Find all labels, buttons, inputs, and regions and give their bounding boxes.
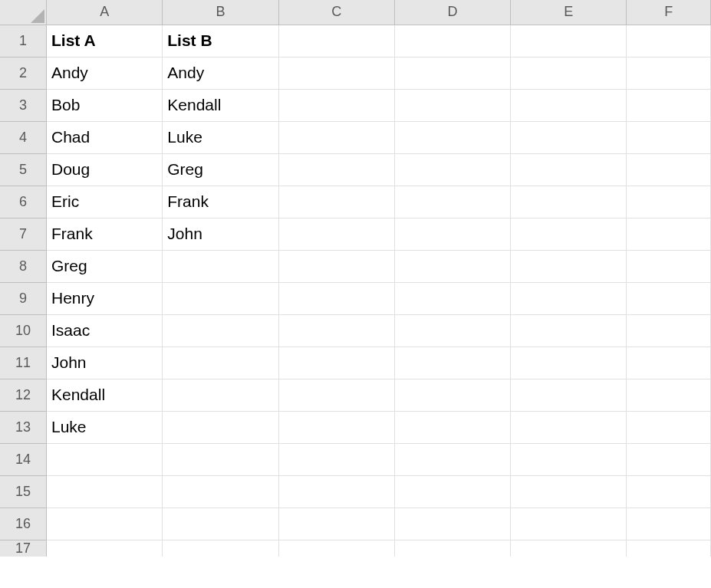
cell-C7[interactable] [278, 218, 394, 250]
cell-F15[interactable] [627, 475, 711, 508]
row-header-16[interactable]: 16 [0, 508, 47, 540]
cell-D13[interactable] [394, 411, 510, 443]
cell-B11[interactable] [163, 347, 278, 379]
col-header-E[interactable]: E [511, 0, 627, 25]
cell-B8[interactable] [163, 250, 278, 282]
col-header-F[interactable]: F [627, 0, 711, 25]
cell-B3[interactable]: Kendall [163, 89, 278, 121]
cell-D1[interactable] [394, 25, 510, 57]
cell-D9[interactable] [394, 282, 510, 314]
cell-B7[interactable]: John [163, 218, 278, 250]
cell-C1[interactable] [278, 25, 394, 57]
cell-D4[interactable] [394, 121, 510, 153]
select-all-corner[interactable] [0, 0, 47, 25]
cell-D12[interactable] [394, 379, 510, 411]
cell-B10[interactable] [163, 314, 278, 347]
cell-E8[interactable] [511, 250, 627, 282]
cell-D11[interactable] [394, 347, 510, 379]
cell-A13[interactable]: Luke [47, 411, 163, 443]
cell-C3[interactable] [278, 89, 394, 121]
cell-B5[interactable]: Greg [163, 153, 278, 186]
cell-C14[interactable] [278, 443, 394, 475]
cell-F1[interactable] [627, 25, 711, 57]
cell-F3[interactable] [627, 89, 711, 121]
cell-E17[interactable] [511, 540, 627, 557]
cell-D2[interactable] [394, 57, 510, 89]
cell-D7[interactable] [394, 218, 510, 250]
row-header-14[interactable]: 14 [0, 443, 47, 475]
row-header-2[interactable]: 2 [0, 57, 47, 89]
cell-A12[interactable]: Kendall [47, 379, 163, 411]
row-header-9[interactable]: 9 [0, 282, 47, 314]
cell-D10[interactable] [394, 314, 510, 347]
cell-B4[interactable]: Luke [163, 121, 278, 153]
col-header-D[interactable]: D [394, 0, 510, 25]
cell-F11[interactable] [627, 347, 711, 379]
cell-E7[interactable] [511, 218, 627, 250]
row-header-5[interactable]: 5 [0, 153, 47, 186]
col-header-A[interactable]: A [47, 0, 163, 25]
cell-B14[interactable] [163, 443, 278, 475]
cell-A15[interactable] [47, 475, 163, 508]
cell-D17[interactable] [394, 540, 510, 557]
cell-C8[interactable] [278, 250, 394, 282]
row-header-12[interactable]: 12 [0, 379, 47, 411]
cell-D6[interactable] [394, 186, 510, 218]
cell-C2[interactable] [278, 57, 394, 89]
row-header-6[interactable]: 6 [0, 186, 47, 218]
cell-E3[interactable] [511, 89, 627, 121]
row-header-17[interactable]: 17 [0, 540, 47, 557]
cell-F10[interactable] [627, 314, 711, 347]
row-header-4[interactable]: 4 [0, 121, 47, 153]
cell-C16[interactable] [278, 508, 394, 540]
cell-E15[interactable] [511, 475, 627, 508]
cell-F4[interactable] [627, 121, 711, 153]
cell-E12[interactable] [511, 379, 627, 411]
row-header-13[interactable]: 13 [0, 411, 47, 443]
cell-A17[interactable] [47, 540, 163, 557]
cell-A14[interactable] [47, 443, 163, 475]
cell-F17[interactable] [627, 540, 711, 557]
cell-B15[interactable] [163, 475, 278, 508]
cell-E1[interactable] [511, 25, 627, 57]
cell-D15[interactable] [394, 475, 510, 508]
cell-C15[interactable] [278, 475, 394, 508]
cell-D14[interactable] [394, 443, 510, 475]
cell-F8[interactable] [627, 250, 711, 282]
cell-E4[interactable] [511, 121, 627, 153]
cell-A11[interactable]: John [47, 347, 163, 379]
cell-A9[interactable]: Henry [47, 282, 163, 314]
cell-E14[interactable] [511, 443, 627, 475]
cell-C5[interactable] [278, 153, 394, 186]
row-header-1[interactable]: 1 [0, 25, 47, 57]
cell-D3[interactable] [394, 89, 510, 121]
cell-B17[interactable] [163, 540, 278, 557]
cell-E9[interactable] [511, 282, 627, 314]
cell-F9[interactable] [627, 282, 711, 314]
cell-A1[interactable]: List A [47, 25, 163, 57]
cell-B12[interactable] [163, 379, 278, 411]
cell-D8[interactable] [394, 250, 510, 282]
cell-C10[interactable] [278, 314, 394, 347]
cell-B6[interactable]: Frank [163, 186, 278, 218]
cell-F14[interactable] [627, 443, 711, 475]
cell-B13[interactable] [163, 411, 278, 443]
row-header-10[interactable]: 10 [0, 314, 47, 347]
cell-E2[interactable] [511, 57, 627, 89]
cell-A4[interactable]: Chad [47, 121, 163, 153]
cell-A16[interactable] [47, 508, 163, 540]
cell-F13[interactable] [627, 411, 711, 443]
cell-F2[interactable] [627, 57, 711, 89]
col-header-C[interactable]: C [278, 0, 394, 25]
cell-A8[interactable]: Greg [47, 250, 163, 282]
cell-E11[interactable] [511, 347, 627, 379]
row-header-11[interactable]: 11 [0, 347, 47, 379]
cell-E6[interactable] [511, 186, 627, 218]
cell-A7[interactable]: Frank [47, 218, 163, 250]
cell-B1[interactable]: List B [163, 25, 278, 57]
cell-A3[interactable]: Bob [47, 89, 163, 121]
cell-A10[interactable]: Isaac [47, 314, 163, 347]
cell-A5[interactable]: Doug [47, 153, 163, 186]
cell-F5[interactable] [627, 153, 711, 186]
cell-C6[interactable] [278, 186, 394, 218]
